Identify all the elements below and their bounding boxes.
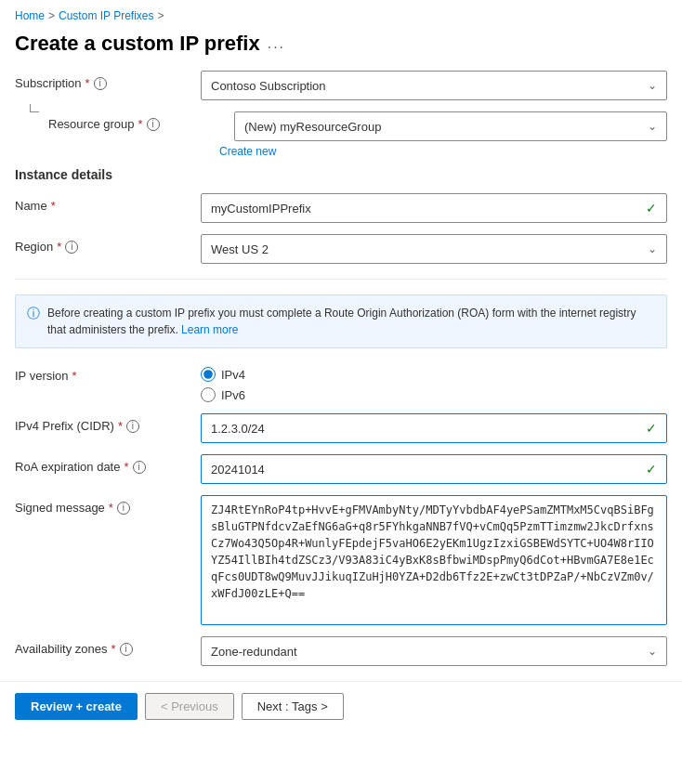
roa-expiration-input[interactable] bbox=[211, 463, 646, 477]
breadcrumb-sep2: > bbox=[158, 9, 164, 22]
subscription-chevron: ⌄ bbox=[648, 79, 657, 92]
signed-message-textarea[interactable]: ZJ4RtEYnRoP4tp+HvvE+gFMVAmbyNty/MDTyYvbd… bbox=[201, 495, 667, 625]
name-row: Name * ✓ bbox=[15, 193, 667, 223]
availability-zones-label: Availability zones * i bbox=[15, 636, 201, 656]
roa-expiration-control: ✓ bbox=[201, 454, 667, 484]
ip-version-radio-group: IPv4 IPv6 bbox=[201, 363, 667, 402]
signed-message-control: ZJ4RtEYnRoP4tp+HvvE+gFMVAmbyNty/MDTyYvbd… bbox=[201, 495, 667, 625]
subscription-info-icon[interactable]: i bbox=[94, 77, 107, 90]
name-check-icon: ✓ bbox=[646, 201, 657, 216]
roa-expiration-info-icon[interactable]: i bbox=[133, 461, 146, 474]
signed-message-label: Signed message * i bbox=[15, 495, 201, 515]
ipv4-prefix-control: ✓ bbox=[201, 413, 667, 443]
name-control: ✓ bbox=[201, 193, 667, 223]
instance-details-title: Instance details bbox=[15, 167, 667, 182]
page-title-row: Create a custom IP prefix ... bbox=[0, 28, 682, 71]
ip-version-control: IPv4 IPv6 bbox=[201, 363, 667, 402]
signed-message-row: Signed message * i ZJ4RtEYnRoP4tp+HvvE+g… bbox=[15, 495, 667, 625]
ipv4-prefix-check-icon: ✓ bbox=[646, 421, 657, 436]
name-input[interactable] bbox=[211, 202, 646, 216]
roa-expiration-label: RoA expiration date * i bbox=[15, 454, 201, 474]
breadcrumb-custom-ip[interactable]: Custom IP Prefixes bbox=[59, 9, 153, 22]
roa-expiration-check-icon: ✓ bbox=[646, 462, 657, 477]
breadcrumb-home[interactable]: Home bbox=[15, 9, 45, 22]
availability-zones-control: Zone-redundant ⌄ bbox=[201, 636, 667, 666]
signed-message-required: * bbox=[109, 501, 113, 515]
next-button[interactable]: Next : Tags > bbox=[242, 693, 344, 720]
create-new-link[interactable]: Create new bbox=[219, 145, 667, 158]
region-control: West US 2 ⌄ bbox=[201, 234, 667, 264]
availability-zones-dropdown[interactable]: Zone-redundant ⌄ bbox=[201, 636, 667, 666]
ipv4-prefix-required: * bbox=[118, 419, 123, 433]
subscription-label: Subscription * i bbox=[15, 71, 201, 90]
availability-zones-value: Zone-redundant bbox=[211, 645, 297, 659]
roa-expiration-required: * bbox=[124, 460, 128, 474]
form-container: Subscription * i Contoso Subscription ⌄ … bbox=[0, 71, 682, 666]
subscription-value: Contoso Subscription bbox=[211, 79, 326, 93]
subscription-control: Contoso Subscription ⌄ bbox=[201, 71, 667, 100]
resource-group-dropdown[interactable]: (New) myResourceGroup ⌄ bbox=[234, 111, 667, 141]
region-info-icon[interactable]: i bbox=[65, 241, 78, 254]
ip-version-ipv4-item[interactable]: IPv4 bbox=[201, 367, 667, 382]
availability-zones-chevron: ⌄ bbox=[648, 645, 657, 658]
region-chevron: ⌄ bbox=[648, 242, 657, 255]
availability-zones-row: Availability zones * i Zone-redundant ⌄ bbox=[15, 636, 667, 666]
page-title-ellipsis[interactable]: ... bbox=[268, 35, 285, 52]
subscription-row: Subscription * i Contoso Subscription ⌄ bbox=[15, 71, 667, 100]
ipv4-prefix-info-icon[interactable]: i bbox=[126, 420, 139, 433]
subscription-required: * bbox=[85, 76, 90, 90]
ip-version-row: IP version * IPv4 IPv6 bbox=[15, 363, 667, 402]
ipv4-prefix-input[interactable] bbox=[211, 422, 646, 436]
resource-group-outer-row: Resource group * i (New) myResourceGroup… bbox=[15, 111, 667, 141]
region-dropdown[interactable]: West US 2 ⌄ bbox=[201, 234, 667, 264]
resource-group-required: * bbox=[138, 117, 143, 131]
info-box-icon: ⓘ bbox=[27, 306, 40, 322]
resource-group-value: (New) myResourceGroup bbox=[244, 120, 381, 134]
ipv4-prefix-row: IPv4 Prefix (CIDR) * i ✓ bbox=[15, 413, 667, 443]
info-box: ⓘ Before creating a custom IP prefix you… bbox=[15, 294, 667, 348]
ip-version-ipv6-radio[interactable] bbox=[201, 387, 216, 402]
divider-1 bbox=[15, 279, 667, 280]
resource-group-info-icon[interactable]: i bbox=[147, 118, 160, 131]
subscription-dropdown[interactable]: Contoso Subscription ⌄ bbox=[201, 71, 667, 100]
roa-expiration-input-wrap[interactable]: ✓ bbox=[201, 454, 667, 484]
ip-version-ipv6-item[interactable]: IPv6 bbox=[201, 387, 667, 402]
ip-version-ipv6-label[interactable]: IPv6 bbox=[221, 388, 245, 402]
name-required: * bbox=[51, 199, 56, 213]
ip-version-ipv4-radio[interactable] bbox=[201, 367, 216, 382]
review-create-button[interactable]: Review + create bbox=[15, 693, 138, 720]
previous-button[interactable]: < Previous bbox=[145, 693, 234, 720]
breadcrumb-sep1: > bbox=[48, 9, 55, 22]
signed-message-info-icon[interactable]: i bbox=[117, 502, 130, 515]
name-label: Name * bbox=[15, 193, 201, 213]
ip-version-required: * bbox=[72, 369, 77, 383]
ipv4-prefix-input-wrap[interactable]: ✓ bbox=[201, 413, 667, 443]
availability-zones-info-icon[interactable]: i bbox=[120, 643, 133, 656]
footer: Review + create < Previous Next : Tags > bbox=[0, 681, 682, 731]
region-required: * bbox=[57, 240, 61, 254]
region-label: Region * i bbox=[15, 234, 201, 254]
availability-zones-required: * bbox=[111, 642, 115, 656]
page-title: Create a custom IP prefix bbox=[15, 32, 260, 56]
name-input-wrap[interactable]: ✓ bbox=[201, 193, 667, 223]
region-value: West US 2 bbox=[211, 242, 269, 256]
roa-expiration-row: RoA expiration date * i ✓ bbox=[15, 454, 667, 484]
learn-more-link[interactable]: Learn more bbox=[181, 323, 238, 336]
breadcrumb: Home > Custom IP Prefixes > bbox=[0, 0, 682, 28]
resource-group-control: (New) myResourceGroup ⌄ bbox=[234, 111, 667, 141]
info-box-text: Before creating a custom IP prefix you m… bbox=[47, 305, 655, 338]
ip-version-label: IP version * bbox=[15, 363, 201, 383]
resource-group-chevron: ⌄ bbox=[648, 120, 657, 133]
ip-version-ipv4-label[interactable]: IPv4 bbox=[221, 368, 245, 382]
resource-group-label: Resource group * i bbox=[48, 111, 234, 131]
ipv4-prefix-label: IPv4 Prefix (CIDR) * i bbox=[15, 413, 201, 433]
region-row: Region * i West US 2 ⌄ bbox=[15, 234, 667, 264]
